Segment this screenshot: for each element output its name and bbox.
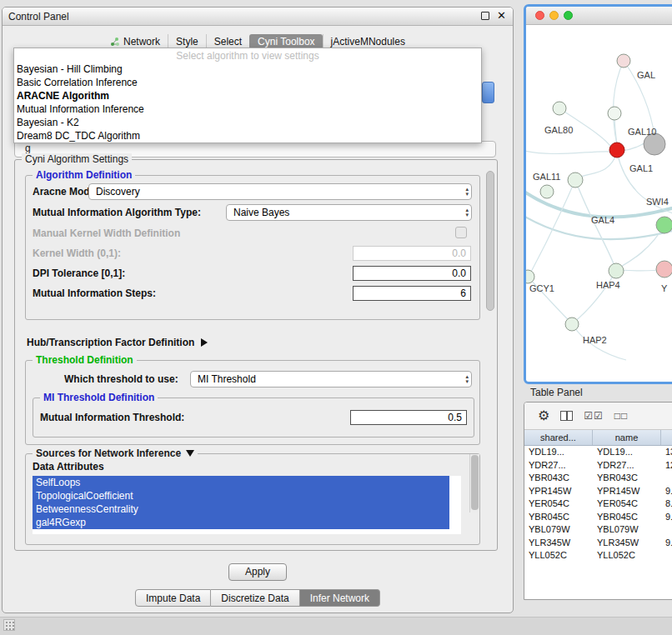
network-node-label: GAL10: [628, 127, 656, 137]
algorithm-definition-group: Algorithm Definition Aracne Mode: Discov…: [25, 175, 480, 320]
dpi-tolerance-field[interactable]: 0.0: [353, 266, 471, 281]
mi-type-value: Naive Bayes: [233, 207, 289, 218]
network-node[interactable]: [526, 270, 534, 283]
settings-scrollbar[interactable]: [485, 162, 495, 544]
table-panel: ⚙ ☑☑ □□ shared... name YDL19...YDL19...1…: [524, 402, 672, 600]
close-icon[interactable]: ✕: [497, 11, 506, 21]
network-canvas[interactable]: GALGAL80GAL10GAL11GAL1SWI4GAL4GCY1HAP4YH…: [526, 25, 672, 380]
attributes-scrollbar[interactable]: [469, 454, 479, 512]
table-row[interactable]: YDR27...YDR27...12: [524, 459, 672, 472]
zoom-traffic-light-icon[interactable]: [564, 11, 573, 20]
table-cell: YER054C: [524, 498, 593, 511]
network-node[interactable]: [553, 102, 566, 115]
column-header-shared-name[interactable]: shared...: [524, 430, 593, 445]
network-edge[interactable]: [619, 225, 664, 268]
mi-type-combobox[interactable]: Naive Bayes ▴▾: [226, 204, 472, 221]
network-window-titlebar[interactable]: [526, 7, 672, 25]
settings-scrollbar-thumb[interactable]: [486, 171, 494, 311]
network-node-label: GAL1: [629, 163, 653, 173]
algorithm-option[interactable]: ARACNE Algorithm: [14, 89, 481, 102]
apply-button[interactable]: Apply: [228, 563, 287, 581]
control-panel-titlebar[interactable]: Control Panel ✕: [3, 8, 513, 26]
gear-icon[interactable]: ⚙: [538, 409, 549, 422]
table-row[interactable]: YPR145WYPR145W9.: [524, 485, 672, 498]
close-traffic-light-icon[interactable]: [535, 11, 544, 20]
network-edge[interactable]: [573, 271, 616, 323]
network-edge[interactable]: [526, 150, 611, 154]
tab-style[interactable]: Style: [168, 34, 206, 49]
network-node-label: SWI4: [646, 197, 669, 207]
which-threshold-value: MI Threshold: [198, 373, 256, 385]
network-node[interactable]: [656, 217, 672, 233]
network-edge[interactable]: [617, 152, 672, 217]
data-attributes-label: Data Attributes: [33, 461, 104, 472]
resize-grip[interactable]: [3, 619, 15, 631]
select-all-columns-icon[interactable]: ☑☑: [584, 410, 604, 422]
combo-arrows-icon: ▴▾: [465, 374, 469, 384]
sources-legend[interactable]: Sources for Network Inference: [33, 448, 198, 459]
algorithm-option[interactable]: Dream8 DC_TDC Algorithm: [14, 129, 481, 142]
chevron-down-icon: [186, 450, 194, 457]
tab-impute-data[interactable]: Impute Data: [135, 589, 211, 607]
tab-select[interactable]: Select: [206, 34, 249, 49]
mi-threshold-field[interactable]: 0.5: [350, 410, 467, 425]
float-window-icon[interactable]: [481, 12, 489, 20]
algorithm-dropdown-placeholder: Select algorithm to view settings: [14, 49, 481, 62]
table-row[interactable]: YLL052CYLL052C: [524, 549, 672, 562]
table-row[interactable]: YBL079WYBL079W: [524, 523, 672, 537]
hub-definition-expander[interactable]: Hub/Transcription Factor Definition: [27, 337, 208, 348]
data-attributes-list[interactable]: SelfLoopsTopologicalCoefficientBetweenne…: [33, 476, 461, 534]
network-node[interactable]: [540, 185, 554, 198]
algorithm-option[interactable]: Mutual Information Inference: [14, 102, 481, 116]
network-node[interactable]: [617, 54, 630, 68]
table-row[interactable]: YER054CYER054C8.: [524, 498, 672, 511]
attribute-item[interactable]: gal4RGexp: [33, 516, 449, 529]
control-panel-title: Control Panel: [8, 11, 69, 22]
attribute-item[interactable]: TopologicalCoefficient: [33, 489, 449, 502]
table-cell: YDR27...: [524, 459, 593, 472]
table-row[interactable]: YLR345WYLR345W9.: [524, 537, 672, 550]
tab-label: jActiveMNodules: [331, 36, 405, 48]
tab-discretize-data[interactable]: Discretize Data: [211, 589, 299, 607]
sources-group: Sources for Network Inference Data Attri…: [25, 453, 480, 545]
tab-infer-network[interactable]: Infer Network: [300, 589, 380, 607]
network-view-window: GALGAL80GAL10GAL11GAL1SWI4GAL4GCY1HAP4YH…: [524, 4, 672, 384]
network-node-label: GAL4: [591, 215, 614, 225]
table-cell: [661, 549, 672, 562]
attributes-scrollbar-thumb[interactable]: [471, 455, 479, 510]
columns-icon[interactable]: [560, 411, 573, 421]
combobox-button-fragment[interactable]: [482, 82, 494, 103]
table-row[interactable]: YBR045CYBR045C9.: [524, 511, 672, 524]
attribute-item[interactable]: BetweennessCentrality: [33, 502, 449, 516]
tab-label: Cyni Toolbox: [258, 36, 314, 48]
network-edge[interactable]: [579, 152, 617, 178]
network-node-label: Y: [661, 283, 668, 293]
network-node[interactable]: [568, 172, 583, 188]
network-node[interactable]: [609, 142, 624, 158]
mi-type-label: Mutual Information Algorithm Type:: [33, 207, 201, 218]
table-body: YDL19...YDL19...13YDR27...YDR27...12YBR0…: [524, 446, 672, 562]
tab-network[interactable]: Network: [103, 34, 168, 49]
column-header-name[interactable]: name: [593, 430, 661, 445]
tab-jactivemnodules[interactable]: jActiveMNodules: [323, 34, 413, 49]
network-node[interactable]: [608, 107, 621, 120]
attribute-item[interactable]: SelfLoops: [33, 476, 449, 489]
algorithm-option[interactable]: Bayesian - Hill Climbing: [14, 62, 481, 76]
aracne-mode-combobox[interactable]: Discovery ▴▾: [88, 183, 472, 200]
network-node[interactable]: [565, 318, 579, 331]
algorithm-option[interactable]: Basic Correlation Inference: [14, 76, 481, 89]
network-node[interactable]: [656, 261, 672, 278]
minimize-traffic-light-icon[interactable]: [549, 11, 559, 20]
deselect-all-columns-icon[interactable]: □□: [614, 410, 629, 422]
network-edge[interactable]: [614, 61, 624, 145]
table-row[interactable]: YBR043CYBR043C: [524, 472, 672, 485]
network-node[interactable]: [609, 263, 624, 278]
which-threshold-combobox[interactable]: MI Threshold ▴▾: [190, 371, 472, 388]
table-row[interactable]: YDL19...YDL19...13: [524, 446, 672, 459]
column-header-extra[interactable]: [661, 430, 672, 445]
tab-cyni-toolbox[interactable]: Cyni Toolbox: [249, 34, 322, 49]
mi-steps-field[interactable]: 6: [353, 286, 471, 301]
hub-definition-label: Hub/Transcription Factor Definition: [27, 337, 194, 348]
algorithm-option[interactable]: Bayesian - K2: [14, 116, 481, 129]
combo-arrows-icon: ▴▾: [465, 187, 469, 197]
